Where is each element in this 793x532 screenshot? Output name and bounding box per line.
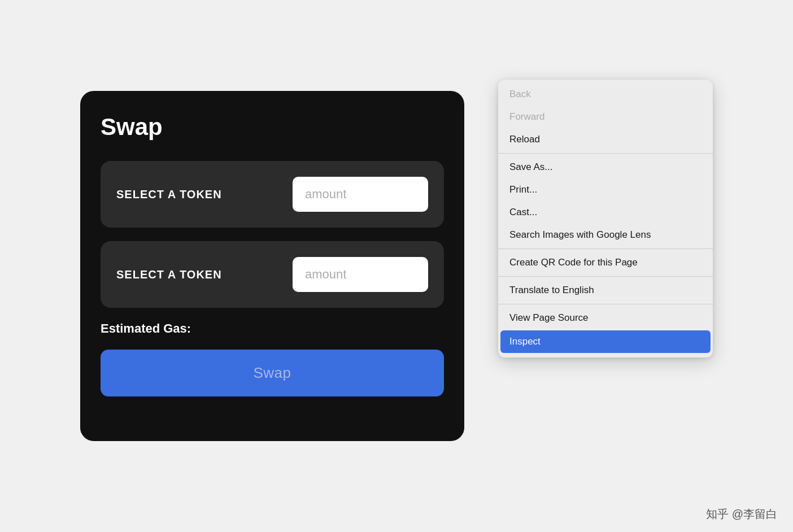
context-menu-separator-8 [498,248,713,249]
context-menu-item-reload[interactable]: Reload [498,128,713,151]
context-menu-item-translate-to-english[interactable]: Translate to English [498,279,713,302]
swap-title: Swap [101,114,444,141]
context-menu-separator-3 [498,153,713,154]
context-menu-item-back: Back [498,83,713,106]
context-menu-item-create-qr-code-for-this-page[interactable]: Create QR Code for this Page [498,251,713,274]
swap-button[interactable]: Swap [101,350,444,396]
swap-card: Swap SELECT A TOKEN SELECT A TOKEN Estim… [80,91,464,441]
context-menu-separator-10 [498,276,713,277]
context-menu-item-cast[interactable]: Cast... [498,201,713,224]
amount-input-2[interactable] [293,257,428,292]
context-menu-item-view-page-source[interactable]: View Page Source [498,307,713,329]
token-row-1: SELECT A TOKEN [101,161,444,228]
context-menu-item-print[interactable]: Print... [498,178,713,201]
watermark: 知乎 @李留白 [706,507,777,522]
context-menu-item-inspect[interactable]: Inspect [500,330,711,353]
estimated-gas-label: Estimated Gas: [101,321,444,336]
context-menu-item-save-as[interactable]: Save As... [498,156,713,178]
context-menu-separator-12 [498,304,713,304]
context-menu-item-forward: Forward [498,106,713,128]
token-row-2: SELECT A TOKEN [101,241,444,308]
amount-input-1[interactable] [293,177,428,212]
context-menu-item-search-images-with-google-lens[interactable]: Search Images with Google Lens [498,224,713,246]
context-menu: BackForwardReloadSave As...Print...Cast.… [498,80,713,357]
select-token-label-2: SELECT A TOKEN [116,268,222,281]
select-token-label-1: SELECT A TOKEN [116,188,222,201]
